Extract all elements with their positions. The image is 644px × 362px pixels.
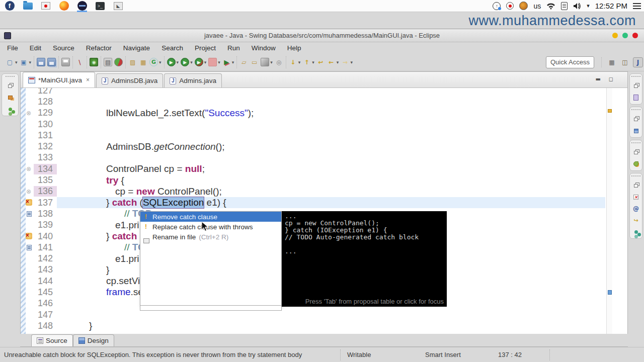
annotation-ruler[interactable] (26, 309, 34, 320)
new-wizard-dropdown-icon[interactable]: ▾ (15, 60, 18, 65)
annotation-ruler[interactable] (26, 130, 34, 141)
screenshot-tool-icon[interactable]: ↑ (493, 2, 501, 10)
wifi-icon[interactable] (546, 3, 555, 10)
save-all-button[interactable] (47, 58, 56, 66)
annotation-ruler[interactable] (26, 152, 34, 163)
save-button[interactable] (37, 58, 45, 66)
annotation-ruler[interactable] (26, 208, 34, 219)
run-dropdown-icon[interactable]: ▾ (190, 60, 193, 65)
search-annotations-dropdown-icon[interactable]: ▾ (270, 60, 273, 65)
tab-source[interactable]: Source (31, 334, 73, 346)
menu-window[interactable]: Window (252, 44, 276, 52)
quickfix-item[interactable]: !Replace catch clause with throws (140, 222, 281, 232)
clipboard-icon[interactable] (561, 2, 568, 10)
annotation-ruler[interactable]: ⊗ (26, 163, 34, 174)
annotation-ruler[interactable] (26, 197, 34, 208)
overview-ruler[interactable] (606, 88, 612, 334)
annotation-ruler[interactable] (26, 320, 34, 331)
screen-recorder-icon[interactable] (40, 1, 51, 11)
rail-grip[interactable] (631, 142, 640, 144)
menu-run[interactable]: Run (227, 44, 240, 52)
profile-button[interactable]: ▶▾ (195, 58, 207, 66)
annotation-ruler[interactable] (26, 88, 34, 96)
annotation-ruler[interactable] (26, 242, 34, 253)
minimize-view-icon[interactable]: ▬ (595, 76, 600, 82)
next-annotation-button[interactable]: ↓▾ (289, 58, 301, 66)
code-text[interactable] (57, 96, 605, 107)
code-line[interactable]: 148} (26, 320, 605, 331)
quickfix-item[interactable]: !Remove catch clause (140, 212, 281, 222)
window-titlebar[interactable]: javaee - Java - Swing Database/src/com/m… (0, 29, 644, 42)
code-line[interactable]: 128 (26, 96, 605, 107)
menu-refactor[interactable]: Refactor (86, 44, 112, 52)
annotation-ruler[interactable] (26, 141, 34, 152)
code-text[interactable]: } catch (SQLException e1) { (57, 197, 605, 208)
code-text[interactable] (57, 152, 605, 163)
tab-design[interactable]: Design (73, 334, 114, 346)
last-edit-button[interactable]: ↩ (316, 58, 325, 66)
code-text[interactable]: cp = new ControlPanel(); (57, 186, 605, 197)
error-quickfix-marker-icon[interactable] (26, 199, 32, 206)
type-hierarchy-icon[interactable] (6, 106, 14, 113)
keyboard-layout-indicator[interactable]: us (533, 2, 541, 10)
open-perspective-icon[interactable]: ▦ (607, 57, 617, 67)
overview-marker-caret[interactable] (608, 290, 612, 295)
debug-ui-button[interactable]: ◉ (90, 58, 98, 66)
junit-button[interactable]: ▦ (139, 58, 147, 66)
close-button[interactable] (632, 33, 638, 38)
java-perspective-icon[interactable]: J (633, 57, 643, 67)
code-line[interactable]: 130 (26, 119, 605, 130)
new-servlet-button[interactable]: ▨ (128, 58, 137, 66)
code-line[interactable]: ⊗136cp = new ControlPanel(); (26, 186, 605, 197)
tab-close-icon[interactable]: × (86, 76, 90, 83)
forward-dropdown-icon[interactable]: ▾ (350, 60, 353, 65)
code-line[interactable]: 127 (26, 88, 605, 96)
rail-grip[interactable] (631, 175, 640, 177)
code-line[interactable]: 137} catch (SQLException e1) { (26, 197, 605, 208)
open-type-button[interactable]: ▱ (239, 58, 248, 66)
tab--maingui-java[interactable]: *MainGUI.java× (23, 72, 95, 87)
outline-icon[interactable] (632, 127, 640, 134)
menu-navigate[interactable]: Navigate (123, 44, 150, 52)
annotation-ruler[interactable] (26, 264, 34, 276)
code-text[interactable] (57, 309, 605, 320)
print-button[interactable] (61, 58, 70, 66)
restore-icon[interactable] (6, 82, 14, 89)
annotation-ruler[interactable] (26, 174, 34, 186)
fedora-menu-icon[interactable]: f (4, 1, 15, 11)
code-text[interactable]: } (57, 320, 605, 331)
overview-marker-occurrence[interactable] (608, 109, 612, 113)
annotation-ruler[interactable] (26, 287, 34, 298)
firefox-icon[interactable] (58, 1, 69, 11)
skip-breakpoints-button[interactable]: \ (75, 58, 84, 66)
new-ee-wizard-button[interactable]: ▣▾ (20, 58, 32, 66)
menu-source[interactable]: Source (53, 44, 74, 52)
restore-icon[interactable] (632, 82, 640, 89)
menu-help[interactable]: Help (287, 44, 301, 52)
record-indicator-icon[interactable] (506, 2, 514, 10)
code-line[interactable]: 147 (26, 309, 605, 320)
menu-search[interactable]: Search (162, 44, 183, 52)
annotation-ruler[interactable] (26, 119, 34, 130)
console-icon[interactable] (632, 228, 640, 235)
select-tool-button[interactable]: ▤ (104, 58, 112, 66)
files-icon[interactable] (22, 1, 33, 11)
minimize-button[interactable] (612, 33, 618, 38)
code-line[interactable]: ⊗134ControlPanel cp = null; (26, 163, 605, 174)
package-explorer-icon[interactable] (6, 94, 14, 101)
synchronize-button[interactable]: G▾ (149, 58, 162, 66)
restore-icon[interactable] (632, 149, 640, 156)
code-text[interactable]: ControlPanel cp = null; (57, 163, 605, 174)
terminal-icon[interactable]: >_ (95, 1, 106, 11)
run-external-button[interactable]: ▶▾ (222, 58, 234, 66)
back-dropdown-icon[interactable]: ▾ (337, 60, 339, 65)
annotation-ruler[interactable] (26, 276, 34, 287)
prev-annotation-button[interactable]: ↑▾ (302, 58, 314, 66)
stop-dropdown-icon[interactable]: ▾ (218, 60, 220, 65)
debug-dropdown-icon[interactable]: ▾ (177, 60, 179, 65)
code-line[interactable]: 133 (26, 152, 605, 163)
image-viewer-icon[interactable]: ◣ (113, 1, 124, 11)
search-annotations-button[interactable]: ▾ (261, 58, 273, 66)
code-text[interactable] (57, 88, 605, 96)
new-wizard-button[interactable]: ▢▾ (6, 58, 18, 66)
